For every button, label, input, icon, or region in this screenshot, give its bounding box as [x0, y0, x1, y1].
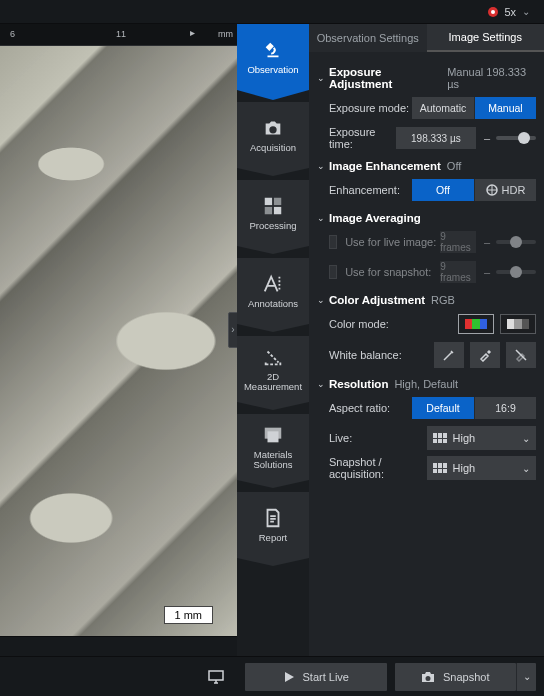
enhancement-hdr[interactable]: HDR — [474, 179, 536, 201]
row-avg-live: Use for live image: 9 frames – — [329, 230, 536, 254]
ruler-tick: 11 — [116, 24, 126, 39]
section-header[interactable]: ⌄ Image Averaging — [317, 212, 536, 224]
tab-observation-settings[interactable]: Observation Settings — [309, 24, 427, 52]
section-title: Resolution — [329, 378, 388, 390]
tab-label: Materials Solutions — [251, 450, 294, 471]
row-aspect-ratio: Aspect ratio: Default 16:9 — [329, 396, 536, 420]
microscope-icon — [262, 39, 284, 61]
magnification-selector[interactable]: 5x ⌄ — [488, 6, 530, 18]
section-header[interactable]: ⌄ Exposure Adjustment Manual 198.333 µs — [317, 66, 536, 90]
section-resolution: ⌄ Resolution High, Default Aspect ratio:… — [317, 378, 536, 480]
camera-icon — [421, 671, 435, 683]
ruler-arrow-icon: ▸ — [190, 27, 195, 38]
field-label: Live: — [329, 432, 427, 444]
chevron-right-icon: › — [231, 324, 234, 335]
lens-indicator-icon — [488, 7, 498, 17]
section-header[interactable]: ⌄ Image Enhancement Off — [317, 160, 536, 172]
snapshot-resolution-select[interactable]: High ⌄ — [427, 456, 537, 480]
gray-stripes-icon — [507, 319, 529, 329]
panel-collapse-handle[interactable]: › — [228, 312, 237, 348]
section-enhancement: ⌄ Image Enhancement Off Enhancement: Off… — [317, 160, 536, 202]
snapshot-button[interactable]: Snapshot — [395, 663, 517, 691]
exposure-mode-manual[interactable]: Manual — [474, 97, 536, 119]
live-image-viewport[interactable]: › 1 mm — [0, 46, 237, 636]
svg-rect-5 — [268, 431, 279, 442]
scale-bar: 1 mm — [164, 606, 214, 624]
exposure-time-value[interactable]: 198.333 µs — [396, 127, 476, 149]
snapshot-label: Snapshot — [443, 671, 489, 683]
chevron-down-icon: ⌄ — [522, 433, 530, 444]
wb-reset-button[interactable] — [506, 342, 536, 368]
tab-image-settings[interactable]: Image Settings — [427, 24, 545, 52]
exposure-mode-automatic[interactable]: Automatic — [412, 97, 474, 119]
row-white-balance: White balance: — [329, 342, 536, 368]
tab-label: Report — [257, 533, 290, 543]
live-resolution-select[interactable]: High ⌄ — [427, 426, 537, 450]
ruler-unit: mm — [218, 29, 233, 39]
slider-thumb — [510, 236, 522, 248]
section-header[interactable]: ⌄ Color Adjustment RGB — [317, 294, 536, 306]
settings-tabs: Observation Settings Image Settings — [309, 24, 544, 52]
wb-auto-button[interactable] — [434, 342, 464, 368]
tab-report[interactable]: Report — [237, 492, 309, 558]
wand-icon — [442, 348, 456, 362]
section-title: Image Enhancement — [329, 160, 441, 172]
chevron-down-icon: ⌄ — [317, 379, 325, 389]
hdr-icon — [486, 184, 498, 196]
section-header[interactable]: ⌄ Resolution High, Default — [317, 378, 536, 390]
tab-processing[interactable]: Processing — [237, 180, 309, 246]
start-live-button[interactable]: Start Live — [245, 663, 387, 691]
tab-materials-solutions[interactable]: Materials Solutions — [237, 414, 309, 480]
avg-snap-slider — [496, 270, 536, 274]
grid-icon — [433, 463, 447, 473]
tab-annotations[interactable]: Annotations — [237, 258, 309, 324]
row-snapshot-resolution: Snapshot / acquisition: High ⌄ — [329, 456, 536, 480]
slider-thumb[interactable] — [518, 132, 530, 144]
minus-icon: – — [484, 266, 490, 278]
materials-icon — [262, 424, 284, 446]
magnification-value: 5x — [504, 6, 516, 18]
settings-scroll[interactable]: ⌄ Exposure Adjustment Manual 198.333 µs … — [309, 52, 544, 656]
minus-icon[interactable]: – — [484, 132, 490, 144]
left-footer — [0, 656, 237, 696]
section-summary: RGB — [431, 294, 455, 306]
section-summary: Manual 198.333 µs — [447, 66, 536, 90]
snapshot-dropdown[interactable]: ⌄ — [516, 663, 536, 691]
row-live-resolution: Live: High ⌄ — [329, 426, 536, 450]
app-root: 5x ⌄ 6 11 ▸ mm › 1 mm — [0, 0, 544, 696]
exposure-time-slider[interactable] — [496, 136, 536, 140]
chevron-down-icon: ⌄ — [317, 73, 325, 83]
tab-label: 2D Measurement — [242, 372, 304, 393]
checkbox-avg-live[interactable] — [329, 235, 337, 249]
main-body: 6 11 ▸ mm › 1 mm Observation — [0, 24, 544, 656]
field-label: Exposure time: — [329, 126, 396, 150]
top-toolbar: 5x ⌄ — [0, 0, 544, 24]
reset-icon — [514, 348, 528, 362]
avg-live-slider — [496, 240, 536, 244]
svg-rect-2 — [265, 207, 272, 214]
slider-thumb — [510, 266, 522, 278]
aspect-default[interactable]: Default — [412, 397, 474, 419]
enhancement-off[interactable]: Off — [412, 179, 474, 201]
rgb-stripes-icon — [465, 319, 487, 329]
color-mode-rgb[interactable] — [458, 314, 494, 334]
exposure-time-slider-group: – — [484, 132, 536, 144]
dropper-icon — [478, 348, 492, 362]
color-mode-gray[interactable] — [500, 314, 536, 334]
section-exposure: ⌄ Exposure Adjustment Manual 198.333 µs … — [317, 66, 536, 150]
wb-pick-button[interactable] — [470, 342, 500, 368]
tab-2d-measurement[interactable]: 2D Measurement — [237, 336, 309, 402]
processing-icon — [262, 195, 284, 217]
image-panel: 6 11 ▸ mm › 1 mm — [0, 24, 237, 656]
tab-acquisition[interactable]: Acquisition — [237, 102, 309, 168]
horizontal-ruler: 6 11 ▸ mm — [0, 24, 237, 46]
bottom-toolbar: Start Live Snapshot ⌄ — [237, 656, 544, 696]
aspect-16-9[interactable]: 16:9 — [474, 397, 536, 419]
display-options-button[interactable] — [205, 666, 227, 688]
tab-observation[interactable]: Observation — [237, 24, 309, 90]
checkbox-avg-snapshot[interactable] — [329, 265, 337, 279]
svg-rect-1 — [274, 198, 281, 205]
row-avg-snapshot: Use for snapshot: 9 frames – — [329, 260, 536, 284]
ruler-tick: 6 — [10, 24, 15, 39]
monitor-icon — [208, 670, 224, 684]
